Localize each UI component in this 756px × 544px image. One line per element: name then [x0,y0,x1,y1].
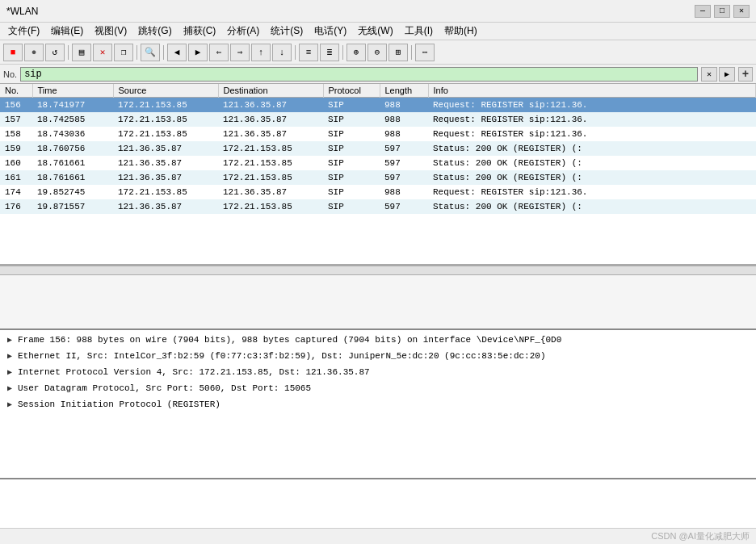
table-cell: 172.21.153.85 [218,170,323,185]
table-cell: 172.21.153.85 [218,156,323,170]
expand-icon[interactable]: ▶ [5,351,15,361]
open-button[interactable]: ▤ [72,44,91,61]
title-bar: *WLAN — □ ✕ [0,0,756,23]
menu-telephony[interactable]: 电话(Y) [309,23,351,40]
detail-view-button[interactable]: ≣ [320,44,339,61]
table-cell: Status: 200 OK (REGISTER) (: [428,141,756,156]
col-header-no[interactable]: No. [0,84,32,98]
table-cell: 988 [380,112,428,127]
table-cell: 597 [380,170,428,185]
filter-actions: ✕ ▶ + [701,67,753,82]
expand-icon[interactable]: ▶ [5,400,15,409]
col-header-destination[interactable]: Destination [218,84,323,98]
status-bar: CSDN @AI量化减肥大师 [0,528,756,544]
table-cell: SIP [323,156,380,170]
table-cell: 19.852745 [32,185,113,199]
col-header-time[interactable]: Time [32,84,113,98]
apply-filter-button[interactable]: ▶ [719,67,735,82]
table-cell: 597 [380,156,428,170]
list-view-button[interactable]: ≡ [299,44,318,61]
table-cell: 172.21.153.85 [218,199,323,214]
menu-view[interactable]: 视图(V) [90,23,132,40]
table-cell: SIP [323,127,380,141]
zoom-out-button[interactable]: ⊖ [368,44,387,61]
table-cell: SIP [323,185,380,199]
menu-statistics[interactable]: 统计(S) [266,23,308,40]
sep3 [163,45,164,60]
horizontal-scrollbar[interactable] [0,266,756,275]
expand-icon[interactable]: ▶ [5,383,15,393]
packet-table: No. Time Source Destination Protocol Len… [0,84,756,214]
zoom-fit-button[interactable]: ⊞ [388,44,408,61]
menu-analyze[interactable]: 分析(A) [222,23,264,40]
clear-filter-button[interactable]: ✕ [701,67,717,82]
menu-help[interactable]: 帮助(H) [439,23,482,40]
more-button[interactable]: ⋯ [415,44,435,61]
table-row[interactable]: 15918.760756121.36.35.87172.21.153.85SIP… [0,141,756,156]
restart-button[interactable]: ↺ [45,44,65,61]
maximize-button[interactable]: □ [714,5,730,18]
table-row[interactable]: 15718.742585172.21.153.85121.36.35.87SIP… [0,112,756,127]
table-cell: 156 [0,98,32,112]
table-row[interactable]: 15818.743036172.21.153.85121.36.35.87SIP… [0,127,756,141]
delete-button[interactable]: ✕ [93,44,112,61]
col-header-info[interactable]: Info [428,84,756,98]
menu-capture[interactable]: 捕获(C) [178,23,221,40]
table-cell: Request: REGISTER sip:121.36. [428,127,756,141]
menu-bar: 文件(F) 编辑(E) 视图(V) 跳转(G) 捕获(C) 分析(A) 统计(S… [0,23,756,40]
menu-go[interactable]: 跳转(G) [133,23,176,40]
menu-tools[interactable]: 工具(I) [400,23,438,40]
expand-icon[interactable]: ▶ [5,367,15,377]
close-button[interactable]: ✕ [733,5,750,18]
list-item[interactable]: ▶Internet Protocol Version 4, Src: 172.2… [0,364,756,380]
table-row[interactable]: 16118.761661121.36.35.87172.21.153.85SIP… [0,170,756,185]
forward-button[interactable]: ⇒ [230,44,250,61]
detail-text: Frame 156: 988 bytes on wire (7904 bits)… [18,335,561,345]
table-cell: 597 [380,141,428,156]
table-cell: 18.743036 [32,127,113,141]
table-cell: 172.21.153.85 [218,141,323,156]
list-item[interactable]: ▶User Datagram Protocol, Src Port: 5060,… [0,380,756,396]
table-cell: SIP [323,141,380,156]
next-button[interactable]: ▶ [188,44,208,61]
find-button[interactable]: 🔍 [141,44,160,61]
menu-edit[interactable]: 编辑(E) [46,23,88,40]
sep1 [68,45,69,60]
table-cell: 18.742585 [32,112,113,127]
table-cell: 172.21.153.85 [113,112,218,127]
table-cell: 174 [0,185,32,199]
menu-wireless[interactable]: 无线(W) [353,23,397,40]
menu-file[interactable]: 文件(F) [3,23,44,40]
prev-button[interactable]: ◀ [167,44,187,61]
sep2 [136,45,137,60]
zoom-in-button[interactable]: ⊕ [346,44,366,61]
table-cell: 121.36.35.87 [113,156,218,170]
table-row[interactable]: 15618.741977172.21.153.85121.36.35.87SIP… [0,98,756,112]
stop-button[interactable]: ■ [3,44,23,61]
table-row[interactable]: 17419.852745172.21.153.85121.36.35.87SIP… [0,185,756,199]
table-row[interactable]: 16018.761661121.36.35.87172.21.153.85SIP… [0,156,756,170]
table-cell: 121.36.35.87 [218,98,323,112]
copy-button[interactable]: ❐ [114,44,133,61]
col-header-protocol[interactable]: Protocol [323,84,380,98]
back-button[interactable]: ⇐ [209,44,229,61]
table-cell: 988 [380,98,428,112]
table-cell: 19.871557 [32,199,113,214]
table-cell: 121.36.35.87 [113,141,218,156]
list-item[interactable]: ▶Session Initiation Protocol (REGISTER) [0,396,756,412]
table-row[interactable]: 17619.871557121.36.35.87172.21.153.85SIP… [0,199,756,214]
minimize-button[interactable]: — [695,5,711,18]
list-item[interactable]: ▶Frame 156: 988 bytes on wire (7904 bits… [0,332,756,348]
scroll-up-button[interactable]: ↑ [251,44,271,61]
title-text: *WLAN [6,6,38,17]
expand-icon[interactable]: ▶ [5,335,15,345]
scroll-down-button[interactable]: ↓ [272,44,292,61]
add-filter-button[interactable]: + [738,67,753,82]
col-header-source[interactable]: Source [113,84,218,98]
sep6 [411,45,412,60]
filter-input[interactable] [20,67,698,82]
title-controls: — □ ✕ [695,5,750,18]
record-button[interactable]: ● [24,44,44,61]
col-header-length[interactable]: Length [380,84,428,98]
list-item[interactable]: ▶Ethernet II, Src: IntelCor_3f:b2:59 (f0… [0,348,756,364]
